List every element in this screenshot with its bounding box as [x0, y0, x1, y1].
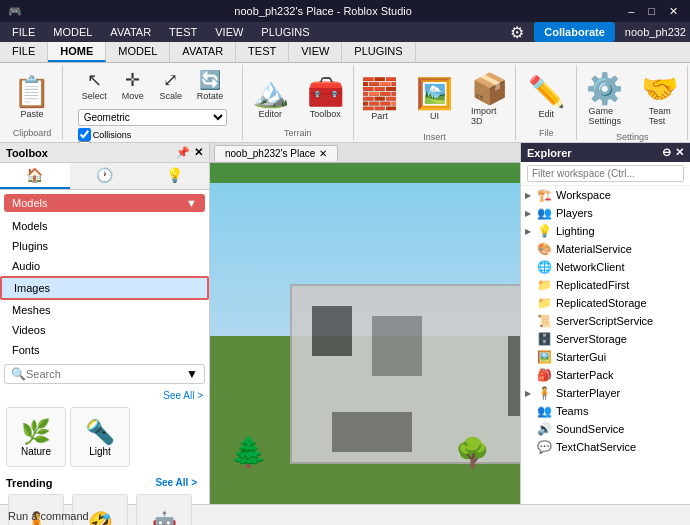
- explorer-collapse-icon[interactable]: ⊖: [662, 146, 671, 159]
- lighting-label: Lighting: [556, 225, 595, 237]
- tree-textchatservice[interactable]: 💬 TextChatService: [521, 438, 690, 456]
- tree-serverscriptservice[interactable]: 📜 ServerScriptService: [521, 312, 690, 330]
- item-nature-label: Nature: [21, 446, 51, 457]
- move-button[interactable]: ✛ Move: [115, 67, 151, 105]
- replicatedfirst-icon: 📁: [537, 278, 552, 292]
- tab-file[interactable]: FILE: [0, 42, 48, 62]
- category-models[interactable]: Models: [0, 216, 209, 236]
- tree-soundservice[interactable]: 🔊 SoundService: [521, 420, 690, 438]
- clipboard-label: Clipboard: [13, 126, 52, 138]
- toolbox-pin-icon[interactable]: 📌: [176, 146, 190, 159]
- settings-items: ⚙️ GameSettings 🤝 TeamTest: [578, 67, 686, 130]
- building-3: [508, 336, 520, 416]
- minimize-button[interactable]: –: [624, 5, 638, 18]
- menu-plugins[interactable]: PLUGINS: [253, 24, 317, 40]
- tree-players[interactable]: ▶ 👥 Players: [521, 204, 690, 222]
- toolbox-tab-favorites[interactable]: 💡: [139, 163, 209, 189]
- see-all-top[interactable]: See All >: [0, 388, 209, 403]
- category-images[interactable]: Images: [0, 276, 209, 300]
- tab-test[interactable]: TEST: [236, 42, 289, 62]
- toolbox-tab-recent[interactable]: 🕐: [70, 163, 140, 189]
- toolbox-tab-models[interactable]: 🏠: [0, 163, 70, 189]
- viewport[interactable]: noob_ph232's Place ✕ 🌲 🌳: [210, 143, 520, 504]
- menu-model[interactable]: MODEL: [45, 24, 100, 40]
- tab-view[interactable]: VIEW: [289, 42, 342, 62]
- select-button[interactable]: ↖ Select: [76, 67, 113, 105]
- textchatservice-label: TextChatService: [556, 441, 636, 453]
- collisions-checkbox[interactable]: [78, 128, 91, 141]
- tree-materialservice[interactable]: 🎨 MaterialService: [521, 240, 690, 258]
- category-audio[interactable]: Audio: [0, 256, 209, 276]
- category-plugins[interactable]: Plugins: [0, 236, 209, 256]
- workspace-label: Workspace: [556, 189, 611, 201]
- title-bar-title: noob_ph232's Place - Roblox Studio: [22, 5, 624, 17]
- tree-replicatedfirst[interactable]: 📁 ReplicatedFirst: [521, 276, 690, 294]
- toolbox-close-icon[interactable]: ✕: [194, 146, 203, 159]
- paste-button[interactable]: 📋 Paste: [5, 70, 58, 123]
- menu-view[interactable]: VIEW: [207, 24, 251, 40]
- category-fonts[interactable]: Fonts: [0, 340, 209, 360]
- toolbox-header-icons: 📌 ✕: [176, 146, 203, 159]
- game-settings-button[interactable]: ⚙️ GameSettings: [578, 67, 631, 130]
- search-input[interactable]: [26, 368, 186, 380]
- maximize-button[interactable]: □: [644, 5, 659, 18]
- toolbox-tabs: 🏠 🕐 💡: [0, 163, 209, 190]
- tab-avatar[interactable]: AVATAR: [170, 42, 236, 62]
- tree-teams[interactable]: 👥 Teams: [521, 402, 690, 420]
- tree-lighting[interactable]: ▶ 💡 Lighting: [521, 222, 690, 240]
- tree-workspace[interactable]: ▶ 🏗️ Workspace: [521, 186, 690, 204]
- team-test-button[interactable]: 🤝 TeamTest: [633, 67, 686, 130]
- collaborate-button[interactable]: Collaborate: [534, 22, 615, 42]
- tree-serverstorage[interactable]: 🗄️ ServerStorage: [521, 330, 690, 348]
- search-icon: 🔍: [11, 367, 26, 381]
- menu-file[interactable]: FILE: [4, 24, 43, 40]
- close-button[interactable]: ✕: [665, 5, 682, 18]
- edit-button[interactable]: ✏️ Edit: [520, 70, 573, 123]
- scene-3d[interactable]: 🌲 🌳: [210, 183, 520, 504]
- toolbox-button[interactable]: 🧰 Toolbox: [299, 70, 352, 123]
- toolbox-title: Toolbox: [6, 147, 48, 159]
- tree-networkclient[interactable]: 🌐 NetworkClient: [521, 258, 690, 276]
- menu-test[interactable]: TEST: [161, 24, 205, 40]
- item-light[interactable]: 🔦 Light: [70, 407, 130, 467]
- tab-plugins[interactable]: PLUGINS: [342, 42, 415, 62]
- import3d-button[interactable]: 📦 Import 3D: [463, 67, 516, 130]
- trending-item-2[interactable]: 🤖 ###### Skibidi...: [134, 494, 194, 525]
- status-text[interactable]: Run a command: [8, 510, 89, 522]
- rotate-button[interactable]: 🔄 Rotate: [191, 67, 230, 105]
- tree-starterplayer[interactable]: ▶ 🧍 StarterPlayer: [521, 384, 690, 402]
- networkclient-icon: 🌐: [537, 260, 552, 274]
- help-icon[interactable]: ⚙: [510, 23, 524, 42]
- filter-icon[interactable]: ▼: [186, 367, 198, 381]
- tree-1: 🌲: [230, 434, 267, 469]
- see-all-trending[interactable]: See All >: [149, 475, 203, 490]
- category-meshes[interactable]: Meshes: [0, 300, 209, 320]
- toolbox-icon: 🧰: [307, 74, 344, 109]
- tab-home[interactable]: HOME: [48, 42, 106, 62]
- menu-avatar[interactable]: AVATAR: [102, 24, 159, 40]
- workspace-arrow: ▶: [525, 191, 537, 200]
- explorer-filter-input[interactable]: [527, 165, 684, 182]
- tree-replicatedstorage[interactable]: 📁 ReplicatedStorage: [521, 294, 690, 312]
- scale-button[interactable]: ⤢ Scale: [153, 67, 189, 105]
- category-videos[interactable]: Videos: [0, 320, 209, 340]
- geometric-select[interactable]: Geometric: [78, 109, 228, 126]
- tree-startergui[interactable]: 🖼️ StarterGui: [521, 348, 690, 366]
- replicatedstorage-icon: 📁: [537, 296, 552, 310]
- tree-starterpack[interactable]: 🎒 StarterPack: [521, 366, 690, 384]
- editor-button[interactable]: 🏔️ Editor: [244, 70, 297, 123]
- tab-model[interactable]: MODEL: [106, 42, 170, 62]
- explorer-close-icon[interactable]: ✕: [675, 146, 684, 159]
- ui-button[interactable]: 🖼️ UI: [408, 72, 461, 125]
- tree-2: 🌳: [455, 436, 490, 469]
- doc-tab[interactable]: noob_ph232's Place ✕: [214, 145, 338, 161]
- lighting-arrow: ▶: [525, 227, 537, 236]
- part-button[interactable]: 🧱 Part: [353, 72, 406, 125]
- players-icon: 👥: [537, 206, 552, 220]
- materialservice-label: MaterialService: [556, 243, 632, 255]
- doc-tab-close[interactable]: ✕: [319, 148, 327, 159]
- category-list: Models Plugins Audio Images Meshes Video…: [0, 216, 209, 360]
- explorer: Explorer ⊖ ✕ ▶ 🏗️ Workspace ▶ 👥 Players …: [520, 143, 690, 504]
- item-nature[interactable]: 🌿 Nature: [6, 407, 66, 467]
- category-dropdown[interactable]: Models ▼: [4, 194, 205, 212]
